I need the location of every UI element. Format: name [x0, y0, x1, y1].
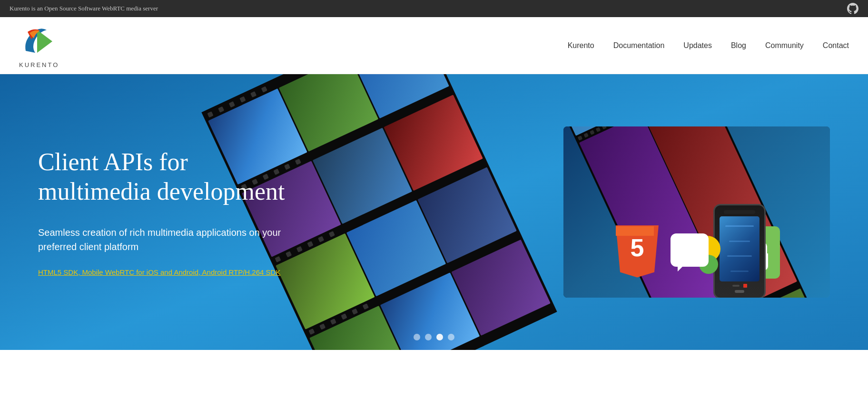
carousel-dot-3[interactable]	[436, 334, 443, 340]
hero-content: Client APIs for multimedia development S…	[38, 147, 286, 277]
github-icon[interactable]	[847, 3, 858, 14]
top-bar: Kurento is an Open Source Software WebRT…	[0, 0, 868, 17]
hero-title: Client APIs for multimedia development	[38, 147, 286, 207]
carousel-dot-1[interactable]	[414, 334, 420, 340]
nav-item-contact[interactable]: Contact	[823, 41, 849, 50]
carousel-dot-2[interactable]	[425, 334, 432, 340]
nav-item-community[interactable]: Community	[765, 41, 804, 50]
icons-overlay: 5	[613, 224, 780, 279]
phone-shape	[713, 204, 766, 298]
logo-image	[20, 22, 58, 60]
nav-item-updates[interactable]: Updates	[683, 41, 712, 50]
hero-link[interactable]: HTML5 SDK, Mobile WebRTC for iOS and And…	[38, 268, 280, 276]
hero-subtitle: Seamless creation of rich multimedia app…	[38, 225, 286, 254]
logo-text: KURENTO	[19, 61, 59, 68]
nav-item-blog[interactable]: Blog	[731, 41, 746, 50]
carousel-dot-4[interactable]	[448, 334, 454, 340]
html5-icon: 5	[613, 224, 661, 279]
hero-image-area: 5	[286, 126, 830, 298]
top-bar-message: Kurento is an Open Source Software WebRT…	[10, 5, 158, 12]
header: KURENTO Kurento Documentation Updates Bl…	[0, 17, 868, 74]
hero-image-box: 5	[563, 126, 830, 298]
nav-item-kurento[interactable]: Kurento	[568, 41, 594, 50]
logo-area[interactable]: KURENTO	[19, 22, 59, 68]
hero-section: Client APIs for multimedia development S…	[0, 74, 868, 350]
navigation: Kurento Documentation Updates Blog Commu…	[568, 41, 849, 50]
carousel-dots	[414, 334, 454, 340]
nav-item-documentation[interactable]: Documentation	[613, 41, 665, 50]
